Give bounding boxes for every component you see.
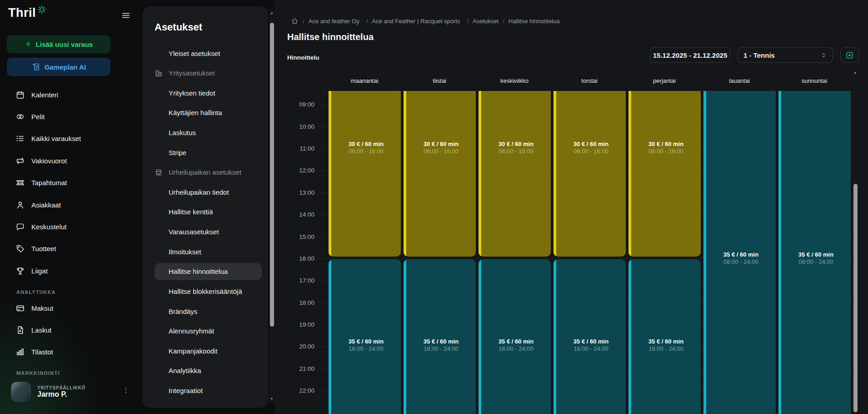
breadcrumb: /Ace and feather Oy/Ace and Feather | Ra…	[291, 17, 560, 25]
add-booking-button[interactable]: Lisää uusi varaus	[7, 35, 110, 53]
breadcrumb-separator: /	[366, 18, 368, 25]
settings-item-hallitse-hinnoittelua[interactable]: Hallitse hinnoittelua	[155, 263, 262, 280]
pricing-block-daytime[interactable]: 30 € / 60 min06:00 - 16:00	[554, 91, 626, 257]
settings-item-analytiikka[interactable]: Analytiikka	[155, 362, 262, 379]
breadcrumb-item-label: Asetukset	[473, 18, 499, 25]
block-text: 35 € / 60 min08:00 - 24:00	[706, 251, 776, 266]
block-accent-stripe	[479, 259, 481, 414]
sidebar-item-pelit[interactable]: Pelit	[15, 110, 130, 123]
sidebar-item-maksut[interactable]: Maksut	[15, 301, 130, 315]
sidebar-item-label: Tilastot	[31, 348, 53, 356]
settings-scrollbar-thumb[interactable]	[270, 23, 274, 327]
settings-item-käyttäjien-hallinta[interactable]: Käyttäjien hallinta	[155, 104, 262, 121]
settings-item-alennusryhmät[interactable]: Alennusryhmät	[155, 323, 262, 340]
user-icon	[15, 200, 25, 210]
menu-icon[interactable]	[121, 10, 131, 20]
block-text: 35 € / 60 min16:00 - 24:00	[406, 338, 476, 353]
home-icon[interactable]	[291, 17, 299, 25]
settings-item-stripe[interactable]: Stripe	[155, 144, 262, 161]
pricing-block-fullday[interactable]: 35 € / 60 min08:00 - 24:00	[703, 91, 776, 414]
block-price: 35 € / 60 min	[331, 338, 401, 345]
settings-item-integraatiot[interactable]: Integraatiot	[155, 382, 262, 399]
tag-icon	[15, 244, 25, 253]
settings-item-yrityksen-tiedot[interactable]: Yrityksen tiedot	[155, 84, 262, 101]
ticket-icon	[15, 178, 25, 187]
breadcrumb-item[interactable]: Hallitse hinnoittelua	[509, 18, 560, 25]
block-text: 35 € / 60 min16:00 - 24:00	[631, 338, 701, 353]
settings-item-label: Hallitse kenttiä	[169, 208, 213, 216]
settings-item-ilmoitukset[interactable]: Ilmoitukset	[155, 243, 262, 260]
time-label: 21:00	[278, 365, 314, 372]
block-text: 30 € / 60 min06:00 - 16:00	[481, 141, 551, 155]
invoice-icon	[15, 325, 25, 335]
sidebar-item-tilastot[interactable]: Tilastot	[15, 345, 130, 358]
day-header: torstai	[581, 77, 597, 84]
date-range-button[interactable]: 15.12.2025 - 21.12.2025	[650, 47, 730, 63]
calendar-scrollbar-thumb[interactable]	[853, 184, 858, 412]
time-label: 09:00	[278, 101, 314, 108]
time-label: 22:00	[278, 387, 314, 394]
sidebar-item-label: Vakiovuorot	[31, 157, 67, 165]
settings-item-varausasetukset[interactable]: Varausasetukset	[155, 223, 262, 241]
breadcrumb-item[interactable]: Asetukset	[473, 18, 499, 25]
block-price: 30 € / 60 min	[556, 141, 626, 148]
breadcrumb-item[interactable]: Ace and feather Oy	[309, 18, 362, 25]
settings-item-yritysasetukset: Yritysasetukset	[155, 65, 262, 82]
scroll-up-arrow-icon[interactable]: ▲	[269, 10, 274, 15]
settings-item-label: Urheilupaikan asetukset	[169, 168, 241, 176]
sidebar-item-label: Liigat	[31, 267, 48, 275]
court-select[interactable]: 1 - Tennis	[738, 47, 833, 63]
pricing-block-evening[interactable]: 35 € / 60 min16:00 - 24:00	[629, 259, 701, 414]
settings-item-urheilupaikan-tiedot[interactable]: Urheilupaikan tiedot	[155, 183, 262, 201]
sidebar-item-laskut[interactable]: Laskut	[15, 323, 130, 337]
settings-item-laskutus[interactable]: Laskutus	[155, 124, 262, 141]
credit-card-icon	[15, 303, 25, 313]
updown-icon	[820, 52, 827, 59]
pricing-block-daytime[interactable]: 30 € / 60 min06:00 - 16:00	[479, 91, 551, 257]
logo[interactable]: Thril	[8, 6, 47, 20]
scroll-up-arrow-icon[interactable]: ▲	[853, 70, 858, 75]
pricing-block-evening[interactable]: 35 € / 60 min16:00 - 24:00	[404, 259, 476, 414]
pricing-block-evening[interactable]: 35 € / 60 min16:00 - 24:00	[329, 259, 401, 414]
sidebar-item-vakiovuorot[interactable]: Vakiovuorot	[15, 154, 130, 167]
analytics-section-label: ANALYTIIKKA	[16, 289, 56, 295]
block-text: 35 € / 60 min08:00 - 24:00	[781, 251, 851, 266]
sidebar-item-label: Keskustelut	[31, 223, 67, 231]
time-label: 11:00	[278, 145, 314, 152]
settings-item-label: Yrityksen tiedot	[169, 89, 215, 97]
sidebar-item-kalenteri[interactable]: Kalenteri	[15, 88, 130, 101]
pricing-block-daytime[interactable]: 30 € / 60 min06:00 - 16:00	[329, 91, 401, 257]
breadcrumb-item-label: Ace and Feather | Racquet sports	[372, 18, 460, 25]
gameplan-ai-button[interactable]: Gameplan AI	[7, 58, 110, 76]
sidebar-item-tapahtumat[interactable]: Tapahtumat	[15, 176, 130, 190]
sidebar-item-liigat[interactable]: Liigat	[15, 264, 130, 278]
sidebar-item-asiakkaat[interactable]: Asiakkaat	[15, 198, 130, 212]
settings-item-kampanjakoodit[interactable]: Kampanjakoodit	[155, 342, 262, 359]
block-price: 35 € / 60 min	[781, 251, 851, 258]
pricing-block-evening[interactable]: 35 € / 60 min16:00 - 24:00	[479, 259, 551, 414]
block-accent-stripe	[479, 91, 481, 257]
date-range-label: 15.12.2025 - 21.12.2025	[653, 51, 727, 59]
settings-item-brändäys[interactable]: Brändäys	[155, 303, 262, 320]
add-pricing-button[interactable]	[840, 47, 859, 63]
breadcrumb-item-label: Hallitse hinnoittelua	[509, 18, 560, 25]
scroll-down-arrow-icon[interactable]: ▼	[269, 396, 274, 401]
sidebar-item-keskustelut[interactable]: Keskustelut	[15, 220, 130, 233]
settings-item-hallitse-kenttiä[interactable]: Hallitse kenttiä	[155, 203, 262, 221]
settings-item-hallitse-blokkerisääntöjä[interactable]: Hallitse blokkerisääntöjä	[155, 283, 262, 300]
settings-item-valtuutukset[interactable]: Valtuutukset	[155, 402, 262, 408]
pricing-block-daytime[interactable]: 30 € / 60 min06:00 - 16:00	[629, 91, 701, 257]
day-header: maanantai	[351, 77, 379, 84]
pricing-block-fullday[interactable]: 35 € / 60 min08:00 - 24:00	[778, 91, 851, 414]
breadcrumb-item[interactable]: Ace and Feather | Racquet sports	[372, 18, 463, 25]
settings-item-label: Analytiikka	[169, 367, 201, 374]
block-price: 30 € / 60 min	[481, 141, 551, 148]
sidebar-item-tuotteet[interactable]: Tuotteet	[15, 242, 130, 256]
user-profile[interactable]: YRITYSPÄÄLLIKKÖ Jarmo P.	[11, 382, 85, 402]
sidebar-item-kaikki-varaukset[interactable]: Kaikki varaukset	[15, 132, 130, 146]
kebab-icon[interactable]	[122, 386, 130, 394]
pricing-block-evening[interactable]: 35 € / 60 min16:00 - 24:00	[554, 259, 626, 414]
block-accent-stripe	[329, 91, 331, 257]
pricing-block-daytime[interactable]: 30 € / 60 min06:00 - 16:00	[404, 91, 476, 257]
settings-item-yleiset-asetukset[interactable]: Yleiset asetukset	[155, 45, 262, 62]
